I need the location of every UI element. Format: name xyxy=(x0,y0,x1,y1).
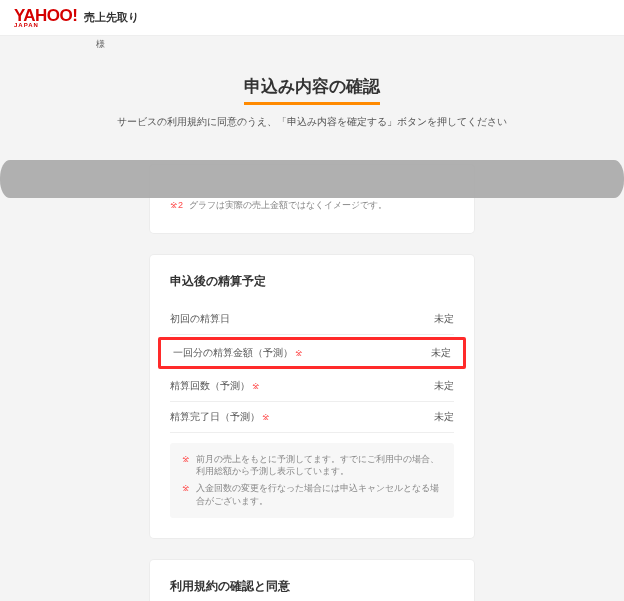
page-title-block: 申込み内容の確認 xyxy=(0,75,624,105)
schedule-note: ※ 入金回数の変更を行なった場合には申込キャンセルとなる場合がございます。 xyxy=(182,482,442,508)
schedule-note: ※ 前月の売上をもとに予測してます。すでにご利用中の場合、利用総額から予測し表示… xyxy=(182,453,442,479)
yahoo-logo: YAHOO! JAPAN xyxy=(14,7,78,28)
main-content: ※2 グラフは実際の売上金額ではなくイメージです。 申込後の精算予定 初回の精算… xyxy=(150,165,474,601)
schedule-row: 精算完了日（予測）※ 未定 xyxy=(170,402,454,433)
asterisk-icon: ※ xyxy=(262,412,270,422)
schedule-row-value: 未定 xyxy=(434,312,454,326)
graph-note: ※2 グラフは実際の売上金額ではなくイメージです。 xyxy=(170,199,454,213)
brand-name-bang: ! xyxy=(72,6,78,25)
highlighted-amount-row: 一回分の精算金額（予測）※ 未定 xyxy=(158,337,466,369)
terms-heading: 利用規約の確認と同意 xyxy=(170,578,454,595)
schedule-row-label: 精算完了日（予測）※ xyxy=(170,410,434,424)
note-mark: ※ xyxy=(182,482,190,508)
terms-card: 利用規約の確認と同意 利用規約に同意する 売上先取りサービス利用規約 xyxy=(150,560,474,602)
user-line: 様 xyxy=(0,36,624,51)
schedule-row-value: 未定 xyxy=(434,410,454,424)
service-name: 売上先取り xyxy=(84,10,139,25)
note-text: 入金回数の変更を行なった場合には申込キャンセルとなる場合がございます。 xyxy=(196,482,442,508)
schedule-card: 申込後の精算予定 初回の精算日 未定 一回分の精算金額（予測）※ 未定 精算回数… xyxy=(150,255,474,538)
schedule-row-label: 精算回数（予測）※ xyxy=(170,379,434,393)
note-text: グラフは実際の売上金額ではなくイメージです。 xyxy=(189,199,387,213)
schedule-row-label: 初回の精算日 xyxy=(170,312,434,326)
schedule-row: 精算回数（予測）※ 未定 xyxy=(170,371,454,402)
note-text: 前月の売上をもとに予測してます。すでにご利用中の場合、利用総額から予測し表示して… xyxy=(196,453,442,479)
asterisk-icon: ※ xyxy=(252,381,260,391)
page-title: 申込み内容の確認 xyxy=(244,75,380,105)
asterisk-icon: ※ xyxy=(295,348,303,358)
schedule-row: 初回の精算日 未定 xyxy=(170,304,454,335)
note-mark: ※ xyxy=(182,453,190,479)
schedule-notes: ※ 前月の売上をもとに予測してます。すでにご利用中の場合、利用総額から予測し表示… xyxy=(170,443,454,518)
app-header: YAHOO! JAPAN 売上先取り xyxy=(0,0,624,36)
schedule-row-value: 未定 xyxy=(431,346,451,360)
schedule-row-value: 未定 xyxy=(434,379,454,393)
schedule-row-label: 一回分の精算金額（予測）※ xyxy=(173,346,431,360)
page-subtitle: サービスの利用規約に同意のうえ、「申込み内容を確定する」ボタンを押してください xyxy=(0,115,624,129)
schedule-heading: 申込後の精算予定 xyxy=(170,273,454,290)
user-suffix: 様 xyxy=(96,39,105,49)
schedule-row: 一回分の精算金額（予測）※ 未定 xyxy=(173,340,451,366)
redaction-band xyxy=(0,160,624,198)
brand-logo: YAHOO! JAPAN 売上先取り xyxy=(14,7,139,28)
note-mark: ※2 xyxy=(170,199,183,213)
